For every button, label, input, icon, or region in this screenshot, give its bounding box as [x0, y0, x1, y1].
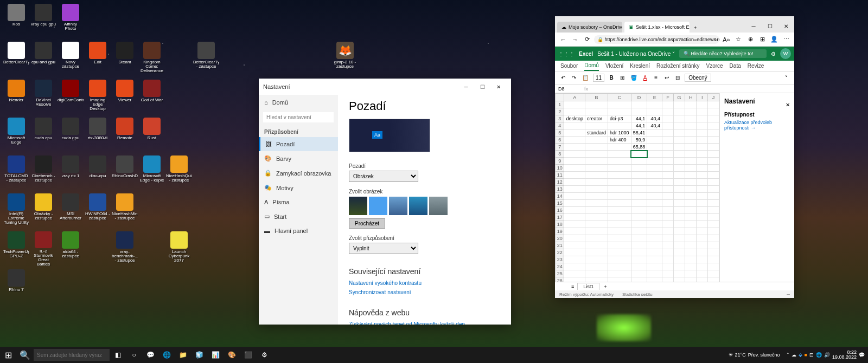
start-button[interactable]: ⊞ — [0, 347, 16, 363]
fit-select[interactable]: Vyplnit — [349, 243, 418, 254]
paste-button[interactable]: 📋 — [581, 74, 590, 82]
edge-tab[interactable]: ☁Moje soubory – OneDrive — [557, 22, 622, 33]
taskbar-app[interactable]: 🧊 — [191, 347, 207, 363]
desktop-icon[interactable]: Microsoft Edge — [3, 116, 30, 153]
desktop-icon[interactable]: Cinebench - zástupce — [30, 154, 57, 191]
cell[interactable] — [585, 179, 608, 186]
cell[interactable] — [708, 129, 719, 137]
cell[interactable] — [685, 122, 697, 129]
desktop-icon[interactable]: Launch Cyberpunk 2077 — [165, 230, 193, 267]
col-header[interactable]: I — [697, 94, 708, 101]
row-header[interactable]: 26 — [556, 277, 564, 282]
cell[interactable] — [662, 137, 674, 144]
cell[interactable] — [673, 193, 685, 200]
cell[interactable] — [631, 235, 647, 242]
cell[interactable] — [673, 179, 685, 186]
cell[interactable] — [608, 277, 631, 282]
cell[interactable] — [564, 179, 585, 186]
cell[interactable] — [631, 193, 647, 200]
settings-nav-item[interactable]: ▬Hlavní panel — [259, 224, 338, 238]
cell[interactable] — [662, 151, 674, 158]
minimize-button[interactable]: ─ — [458, 79, 474, 95]
maximize-button[interactable]: ☐ — [762, 20, 778, 33]
cell[interactable] — [685, 129, 697, 137]
cell[interactable] — [708, 108, 719, 115]
desktop-icon[interactable]: TechPowerUp GPU-Z — [3, 230, 30, 267]
cell[interactable] — [647, 186, 662, 193]
cell[interactable] — [697, 200, 708, 207]
cell[interactable] — [662, 221, 674, 228]
collections-icon[interactable]: ⊕ — [745, 35, 755, 44]
cell[interactable] — [673, 144, 685, 151]
cell[interactable] — [647, 165, 662, 172]
align-button[interactable]: ≡ — [652, 74, 660, 82]
cell[interactable] — [673, 270, 685, 277]
task-view-button[interactable]: ◧ — [110, 347, 126, 363]
desktop-icon[interactable]: cuda cpu — [30, 116, 57, 153]
ribbon-tab[interactable]: Vzorce — [706, 61, 723, 70]
cell[interactable] — [697, 214, 708, 221]
row-header[interactable]: 23 — [556, 256, 564, 263]
cell[interactable] — [647, 228, 662, 235]
close-icon[interactable]: ✕ — [786, 102, 790, 108]
settings-nav-item[interactable]: 🎨Barvy — [259, 151, 338, 166]
cell[interactable] — [662, 277, 674, 282]
row-header[interactable]: 21 — [556, 242, 564, 249]
cell[interactable] — [685, 235, 697, 242]
minimize-button[interactable]: ─ — [745, 20, 762, 33]
cell[interactable] — [564, 165, 585, 172]
refresh-button[interactable]: ⟳ — [582, 35, 592, 44]
settings-nav-item[interactable]: ▭Start — [259, 209, 338, 224]
cell[interactable] — [708, 242, 719, 249]
wrap-button[interactable]: ↩ — [663, 74, 671, 82]
taskbar-app[interactable]: ⬛ — [240, 347, 256, 363]
cell[interactable] — [685, 249, 697, 256]
cell[interactable] — [662, 129, 674, 137]
cell[interactable] — [708, 235, 719, 242]
cell[interactable] — [697, 129, 708, 137]
ribbon-tab[interactable]: Rozložení stránky — [656, 61, 699, 70]
extensions-icon[interactable]: ⊞ — [757, 35, 767, 44]
cell[interactable] — [647, 172, 662, 179]
cell[interactable] — [647, 256, 662, 263]
network-icon[interactable]: 🌐 — [816, 352, 822, 358]
cell[interactable] — [585, 151, 608, 158]
cell[interactable] — [608, 228, 631, 235]
cell[interactable] — [608, 144, 631, 151]
cell[interactable] — [708, 207, 719, 214]
cell[interactable] — [685, 137, 697, 144]
cell[interactable] — [564, 228, 585, 235]
cell[interactable] — [662, 256, 674, 263]
cell[interactable] — [697, 165, 708, 172]
col-header[interactable]: A — [564, 94, 585, 101]
cell[interactable] — [631, 256, 647, 263]
cell[interactable] — [608, 165, 631, 172]
cell[interactable] — [708, 270, 719, 277]
row-header[interactable]: 4 — [556, 122, 564, 129]
cell[interactable] — [647, 270, 662, 277]
font-size[interactable]: 11 — [593, 74, 604, 82]
cell[interactable] — [673, 172, 685, 179]
desktop-icon[interactable]: Steam — [111, 41, 138, 77]
cell[interactable] — [564, 263, 585, 270]
cell[interactable] — [662, 207, 674, 214]
cell[interactable] — [685, 214, 697, 221]
cell[interactable] — [673, 256, 685, 263]
cell[interactable] — [697, 172, 708, 179]
cell[interactable] — [662, 165, 674, 172]
cell[interactable] — [697, 179, 708, 186]
cell[interactable] — [697, 263, 708, 270]
cell[interactable]: 44,1 — [631, 122, 647, 129]
cell[interactable] — [697, 101, 708, 108]
merge-button[interactable]: ⊟ — [674, 74, 681, 82]
row-header[interactable]: 9 — [556, 158, 564, 165]
cell[interactable] — [662, 235, 674, 242]
cell[interactable] — [564, 235, 585, 242]
cell[interactable] — [697, 249, 708, 256]
cell[interactable] — [585, 200, 608, 207]
cell[interactable] — [564, 277, 585, 282]
cell[interactable] — [608, 122, 631, 129]
cell[interactable] — [673, 122, 685, 129]
cell[interactable] — [685, 158, 697, 165]
cell[interactable] — [673, 186, 685, 193]
